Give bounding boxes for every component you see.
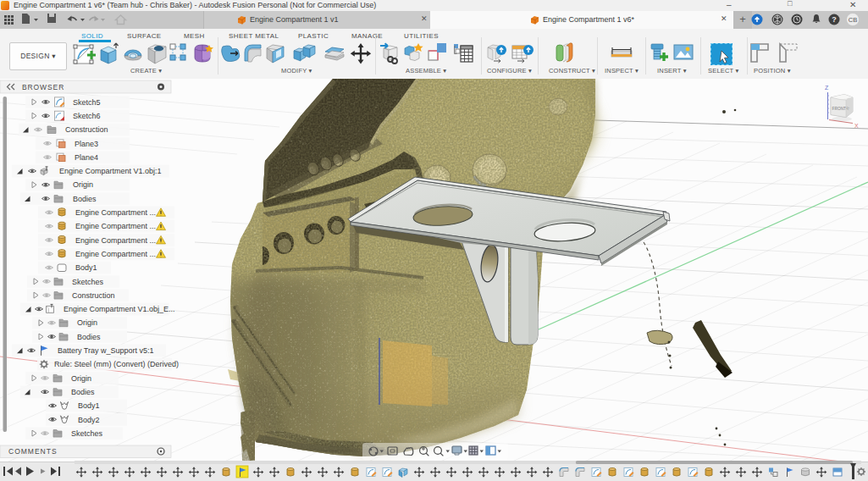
svg-text:Bodies: Bodies: [77, 333, 101, 341]
svg-text:CB: CB: [849, 16, 857, 24]
svg-text:?: ?: [832, 15, 837, 24]
svg-text:Construction: Construction: [72, 291, 115, 300]
svg-text:Rule: Steel (mm) (Convert) (De: Rule: Steel (mm) (Convert) (Derived): [54, 360, 179, 368]
svg-text:X: X: [854, 123, 859, 129]
svg-text:Origin: Origin: [71, 374, 91, 383]
svg-text:Bodies: Bodies: [71, 388, 95, 396]
svg-text:Bodies: Bodies: [73, 195, 97, 203]
svg-text:Sketches: Sketches: [71, 429, 103, 438]
svg-text:Battery Tray w_Support v5:1: Battery Tray w_Support v5:1: [58, 346, 154, 355]
svg-text:Engine Compartment ...: Engine Compartment ...: [75, 236, 156, 245]
svg-text:FRONT: FRONT: [832, 107, 847, 111]
svg-text:Sketches: Sketches: [72, 278, 104, 286]
svg-text:Engine Compartment V1.obj:1: Engine Compartment V1.obj:1: [59, 167, 162, 175]
svg-text:Origin: Origin: [73, 180, 93, 189]
svg-text:Origin: Origin: [77, 318, 97, 327]
svg-text:Engine Compartment ...: Engine Compartment ...: [75, 250, 156, 258]
svg-text:Plane4: Plane4: [75, 153, 98, 162]
svg-text:Plane3: Plane3: [75, 140, 98, 148]
svg-text:BROWSER: BROWSER: [22, 83, 64, 91]
svg-text:Sketch6: Sketch6: [73, 112, 101, 120]
svg-text:Engine Compartment ...: Engine Compartment ...: [75, 222, 156, 230]
svg-text:Construction: Construction: [65, 125, 108, 134]
svg-text:Body2: Body2: [78, 416, 100, 424]
svg-text:COMMENTS: COMMENTS: [8, 447, 58, 456]
svg-text:Z: Z: [825, 85, 829, 91]
svg-text:Engine Compartment V1.obj_E...: Engine Compartment V1.obj_E...: [64, 305, 175, 313]
svg-text:Body1: Body1: [75, 263, 97, 272]
svg-text:Engine Compartment ...: Engine Compartment ...: [75, 208, 156, 217]
svg-text:Sketch5: Sketch5: [73, 98, 101, 107]
svg-text:Body1: Body1: [78, 401, 100, 410]
